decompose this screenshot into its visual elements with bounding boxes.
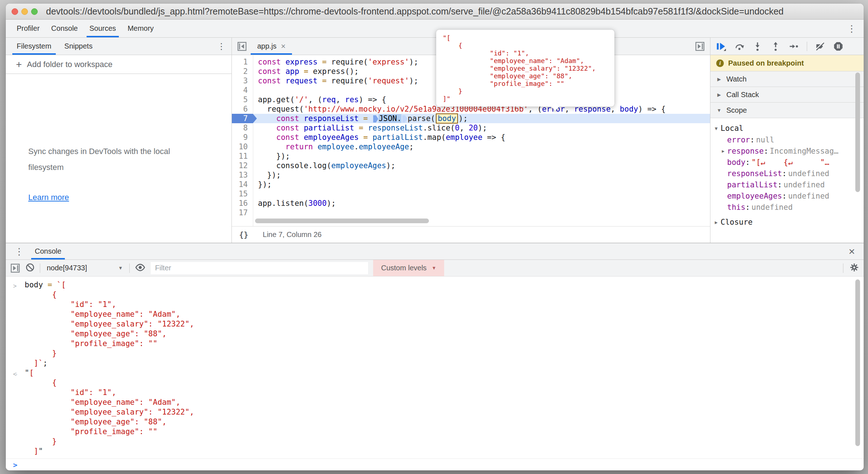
line-number[interactable]: 11 — [232, 151, 253, 161]
line-number[interactable]: 15 — [232, 189, 253, 199]
editor-status-bar: {} Line 7, Column 26 — [232, 226, 710, 243]
main-tab-bar: ProfilerConsoleSourcesMemory ⋮ — [6, 20, 864, 38]
plus-icon: + — [16, 59, 22, 70]
add-folder-label: Add folder to workspace — [27, 60, 112, 69]
scope-var-response[interactable]: ▶response:IncomingMessag… — [710, 145, 864, 157]
section-scope[interactable]: ▼ Scope — [710, 102, 864, 118]
line-number[interactable]: 10 — [232, 142, 253, 151]
zoom-window-button[interactable] — [31, 8, 38, 15]
line-number[interactable]: 12 — [232, 161, 253, 170]
line-number[interactable]: 5 — [232, 95, 253, 104]
live-expression-eye-icon[interactable] — [135, 262, 146, 274]
custom-levels-dropdown[interactable]: Custom levels ▼ — [373, 260, 444, 276]
code-line-14[interactable]: 14}); — [232, 180, 710, 189]
debugger-toolbar — [710, 38, 864, 55]
code-line-9[interactable]: 9 const employeeAges = partialList.map(e… — [232, 133, 710, 142]
line-number[interactable]: 4 — [232, 86, 253, 95]
console-settings-gear-icon[interactable] — [849, 262, 859, 274]
chevron-right-icon: ▶ — [716, 76, 722, 82]
line-number[interactable]: 6 — [232, 104, 253, 114]
pretty-print-button[interactable]: {} — [239, 230, 248, 239]
close-window-button[interactable] — [12, 8, 18, 15]
close-drawer-icon[interactable]: × — [843, 246, 860, 257]
main-menu-kebab-icon[interactable]: ⋮ — [840, 24, 864, 33]
editor-tab-label: app.js — [257, 42, 276, 50]
clear-console-icon[interactable] — [25, 263, 35, 274]
sidebar-scrollbar[interactable] — [855, 72, 860, 192]
pause-on-exceptions-icon[interactable] — [833, 41, 843, 51]
scope-var-error[interactable]: error:null — [710, 134, 864, 145]
tab-console[interactable]: Console — [45, 20, 83, 37]
line-number[interactable]: 9 — [232, 133, 253, 142]
navigator-tab-filesystem[interactable]: Filesystem — [10, 38, 58, 55]
line-number[interactable]: 3 — [232, 76, 253, 86]
editor-tab-appjs[interactable]: app.js × — [251, 38, 292, 55]
console-scrollbar[interactable] — [855, 279, 860, 446]
scope-var-this[interactable]: this:undefined — [710, 201, 864, 213]
scope-var-partialList[interactable]: partialList:undefined — [710, 179, 864, 190]
show-console-sidebar-icon[interactable] — [10, 263, 20, 273]
line-number[interactable]: 13 — [232, 170, 253, 180]
code-line-8[interactable]: 8 const partialList = responseList.slice… — [232, 123, 710, 133]
console-header: ⋮ Console × — [6, 243, 864, 260]
section-call-stack[interactable]: ▶ Call Stack — [710, 87, 864, 102]
code-line-15[interactable]: 15 — [232, 189, 710, 199]
line-number[interactable]: 2 — [232, 67, 253, 76]
step-icon[interactable] — [789, 41, 799, 51]
scope-local-label: Local — [721, 124, 743, 133]
learn-more-link[interactable]: Learn more — [28, 193, 69, 202]
deactivate-breakpoints-icon[interactable] — [815, 41, 825, 51]
drawer-kebab-icon[interactable]: ⋮ — [9, 247, 29, 256]
scope-var-responseList[interactable]: responseList:undefined — [710, 168, 864, 179]
line-number[interactable]: 14 — [232, 180, 253, 189]
close-tab-icon[interactable]: × — [281, 42, 285, 51]
minimize-window-button[interactable] — [21, 8, 28, 15]
scope-pane: ▼ Local error:null▶response:IncomingMess… — [710, 118, 864, 243]
navigator-kebab-icon[interactable]: ⋮ — [211, 42, 231, 51]
devtools-window: devtools://devtools/bundled/js_app.html?… — [6, 4, 864, 470]
chevron-down-icon: ▼ — [432, 265, 437, 271]
line-number[interactable]: 8 — [232, 123, 253, 133]
line-number[interactable]: 17 — [232, 208, 253, 217]
console-tab[interactable]: Console — [31, 243, 65, 259]
line-number[interactable]: 16 — [232, 199, 253, 208]
execution-context-selector[interactable]: node[94733] ▼ — [45, 264, 124, 272]
scope-local-group[interactable]: ▼ Local — [710, 122, 864, 134]
section-watch[interactable]: ▶ Watch — [710, 71, 864, 87]
filter-input[interactable] — [151, 262, 368, 274]
scope-var-body[interactable]: body:"[↵ {↵ "… — [710, 157, 864, 168]
tab-profiler[interactable]: Profiler — [11, 20, 45, 37]
sources-panel: FilesystemSnippets ⋮ + Add folder to wor… — [6, 38, 864, 243]
code-line-11[interactable]: 11 }); — [232, 151, 710, 161]
navigator-tab-snippets[interactable]: Snippets — [58, 38, 99, 55]
navigator-pane: FilesystemSnippets ⋮ + Add folder to wor… — [6, 38, 232, 243]
toolbar-separator — [129, 263, 130, 273]
code-line-10[interactable]: 10 return employee.employeeAge; — [232, 142, 710, 151]
code-line-17[interactable]: 17 — [232, 208, 710, 217]
scope-var-employeeAges[interactable]: employeeAges:undefined — [710, 190, 864, 201]
expand-debugger-icon[interactable] — [695, 41, 705, 51]
code-line-13[interactable]: 13 }); — [232, 170, 710, 180]
chevron-down-icon: ▼ — [716, 108, 722, 113]
resume-icon[interactable] — [715, 41, 726, 52]
step-over-icon[interactable] — [734, 41, 744, 51]
tooltip-json-value: "[ { "id": "1", "employee_name": "Adam",… — [443, 34, 614, 103]
step-out-icon[interactable] — [771, 41, 781, 51]
console-command-entry: > body = `[ { "id": "1", "employee_name"… — [6, 280, 864, 368]
collapse-navigator-icon[interactable] — [237, 41, 247, 51]
paused-message: Paused on breakpoint — [728, 59, 804, 67]
line-number[interactable]: 7 — [232, 114, 253, 123]
editor-horizontal-scrollbar[interactable] — [255, 219, 429, 223]
result-chevron-icon: <· — [13, 368, 25, 456]
add-folder-button[interactable]: + Add folder to workspace — [6, 55, 231, 74]
line-number[interactable]: 1 — [232, 57, 253, 67]
code-line-7[interactable]: 7 const responseList = JSON.parse(body); — [232, 114, 710, 123]
tab-sources[interactable]: Sources — [84, 20, 122, 37]
code-line-12[interactable]: 12 console.log(employeeAges); — [232, 161, 710, 170]
step-into-icon[interactable] — [752, 41, 763, 51]
tab-memory[interactable]: Memory — [122, 20, 159, 37]
window-title-url: devtools://devtools/bundled/js_app.html?… — [46, 6, 784, 17]
scope-closure-group[interactable]: ▶ Closure — [710, 216, 864, 228]
code-line-16[interactable]: 16app.listen(3000); — [232, 199, 710, 208]
console-prompt[interactable]: > — [6, 458, 864, 470]
